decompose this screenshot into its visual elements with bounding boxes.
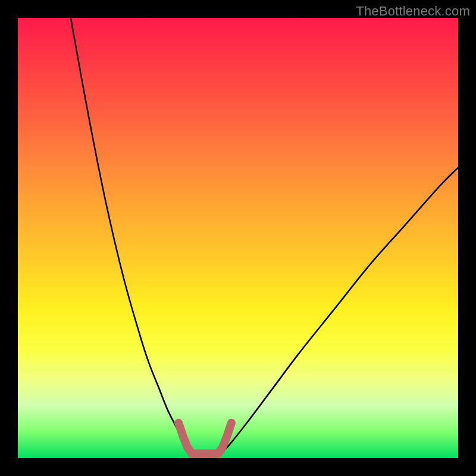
valley-highlight-left: [178, 423, 192, 454]
left-branch-curve: [71, 18, 190, 454]
plot-area: [18, 18, 458, 458]
valley-highlight-right: [218, 423, 231, 454]
watermark-text: TheBottleneck.com: [356, 4, 470, 19]
right-branch-curve: [220, 168, 458, 454]
curve-layer: [18, 18, 458, 458]
